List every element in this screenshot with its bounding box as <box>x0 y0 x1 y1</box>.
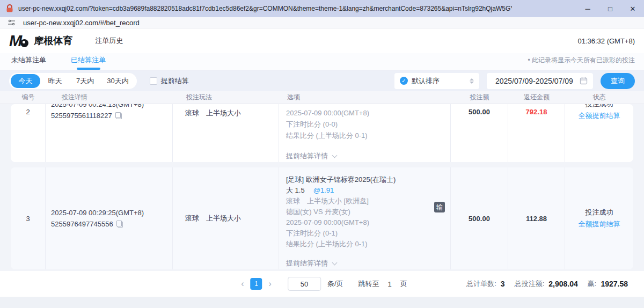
bet-time: 2025-07-09 00:29:25(GMT+8) <box>51 207 172 218</box>
page-number-button[interactable]: 1 <box>251 278 262 290</box>
col-header-option: 选项 <box>279 93 451 102</box>
chevron-down-icon <box>332 152 338 158</box>
browser-titlebar: user-pc-new.xxqj02.com/?token=cdb3a9689f… <box>0 0 644 17</box>
score-at-bet: 下注时比分 (0-0) <box>286 119 450 130</box>
logo-letter: M <box>9 32 21 50</box>
col-header-stake: 投注额 <box>451 93 508 102</box>
early-settle-detail-toggle[interactable]: 提前结算详情 <box>286 258 450 269</box>
selection: 大 1.5 <box>286 186 305 194</box>
sort-selected-value: 默认排序 <box>412 76 440 86</box>
range-7days-button[interactable]: 7天内 <box>70 74 100 88</box>
early-settle-detail-label: 提前结算详情 <box>286 150 328 162</box>
address-bar[interactable]: user-pc-new.xxqj02.com/#/bet_record <box>0 17 644 28</box>
table-row: 3 2025-07-09 00:29:25(GMT+8) 52559764977… <box>11 167 633 269</box>
pagination: ‹ 1 › 条/页 跳转至 1 页 <box>237 277 407 291</box>
match-time: 2025-07-09 00:00(GMT+8) <box>286 217 450 228</box>
check-circle-icon: ✓ <box>400 77 408 85</box>
stake-cell: 500.00 <box>451 104 508 162</box>
status-text: 投注成功 <box>565 207 633 218</box>
table-row: 2 2025-07-09 00:24:13(GMT+8) 52559755611… <box>11 104 633 162</box>
stake-cell: 500.00 <box>451 167 508 269</box>
result-score: 结果比分 (上半场比分 0-1) <box>286 239 450 250</box>
status-cell: 投注成功 全额提前结算 <box>565 167 633 269</box>
table-body: 2 2025-07-09 00:24:13(GMT+8) 52559755611… <box>0 104 644 271</box>
win-label: 赢: <box>588 279 597 289</box>
minimize-button[interactable]: ─ <box>576 0 599 17</box>
next-page-icon[interactable]: › <box>265 279 276 289</box>
per-page-input[interactable] <box>288 277 321 291</box>
soccer-ball-icon <box>20 39 28 47</box>
win-value: 1927.58 <box>601 280 628 288</box>
teams: 德国(女) VS 丹麦(女) <box>286 207 450 217</box>
close-button[interactable]: ✕ <box>621 0 644 17</box>
early-settle-detail-toggle[interactable]: 提前结算详情 <box>286 150 450 162</box>
search-button[interactable]: 查询 <box>601 73 635 89</box>
col-header-no: 编号 <box>11 93 46 102</box>
result-score: 结果比分 (上半场比分 0-1) <box>286 130 450 141</box>
row-number: 2 <box>11 104 46 162</box>
result-lose-badge: 输 <box>434 202 445 212</box>
col-header-detail: 投注详情 <box>46 93 173 102</box>
date-range-input[interactable]: 2025/07/09-2025/07/09 <box>487 73 593 89</box>
total-count-label: 总计单数: <box>466 279 496 289</box>
chevron-down-icon <box>332 260 338 266</box>
bet-play-cell: 滚球 上半场大小 <box>173 104 279 162</box>
sort-dropdown[interactable]: ✓ 默认排序 <box>394 73 479 89</box>
tab-settled-label: 已结算注单 <box>71 56 106 64</box>
payout-cell: 792.18 <box>508 104 565 162</box>
tabs-bar: 未结算注单 已结算注单 • 此记录将显示今天所有已派彩的投注 <box>0 53 644 70</box>
calendar-icon <box>580 77 588 85</box>
bet-id: 5255976497745556 <box>51 218 113 230</box>
tab-unsettled[interactable]: 未结算注单 <box>9 55 48 70</box>
score-at-bet: 下注时比分 (0-1) <box>286 228 450 239</box>
bet-option-cell: [足球] 欧洲女子锦标赛2025(在瑞士) 大 1.5@1.91 滚球 上半场大… <box>279 167 451 269</box>
early-settle-detail-label: 提前结算详情 <box>286 258 328 269</box>
active-tab-underline <box>77 68 100 70</box>
full-early-settle-link[interactable]: 全额提前结算 <box>565 110 633 122</box>
payout-cell: 112.88 <box>508 167 565 269</box>
server-clock: 01:36:32 (GMT+8) <box>577 37 635 45</box>
tab-settled[interactable]: 已结算注单 <box>69 55 108 70</box>
status-cell: 投注成功 全额提前结算 <box>565 104 633 162</box>
copy-icon[interactable] <box>115 112 122 119</box>
bet-detail-cell: 2025-07-09 00:24:13(GMT+8) 5255975561118… <box>46 104 173 162</box>
browser-window: user-pc-new.xxqj02.com/?token=cdb3a9689f… <box>0 0 644 308</box>
per-page-label: 条/页 <box>327 279 343 289</box>
odds-value: @1.91 <box>313 186 334 194</box>
range-30days-button[interactable]: 30天内 <box>100 74 135 88</box>
tracking-protection-icon[interactable] <box>8 19 16 26</box>
lock-favicon-icon <box>5 4 14 13</box>
bet-option-cell: 2025-07-09 00:00(GMT+8) 下注时比分 (0-0) 结果比分… <box>279 104 451 162</box>
early-settle-checkbox[interactable] <box>150 77 157 85</box>
bet-play-cell: 滚球 上半场大小 <box>173 167 279 269</box>
copy-icon[interactable] <box>116 221 123 228</box>
early-settle-label: 提前结算 <box>161 76 189 86</box>
jump-page-suffix: 页 <box>400 279 407 289</box>
total-stake-label: 总投注额: <box>515 279 545 289</box>
bottom-bar: ‹ 1 › 条/页 跳转至 1 页 总计单数: 3 总投注额: 2,908.04… <box>0 271 644 297</box>
window-controls: ─ □ ✕ <box>576 0 644 17</box>
jump-to-value[interactable]: 1 <box>388 280 392 288</box>
col-header-play: 投注玩法 <box>173 93 279 102</box>
date-range-pills: 今天 昨天 7天内 30天内 <box>9 73 137 89</box>
sort-arrows-icon <box>470 78 474 84</box>
filter-right-group: ✓ 默认排序 2025/07/09-2025/07/09 查询 <box>394 73 635 89</box>
nav-bet-history[interactable]: 注单历史 <box>95 36 123 46</box>
col-header-status: 状态 <box>565 93 633 102</box>
prev-page-icon[interactable]: ‹ <box>237 279 248 289</box>
filter-bar: 今天 昨天 7天内 30天内 提前结算 ✓ 默认排序 2025/07/09-20… <box>0 70 644 91</box>
brand-logo-icon: M <box>9 32 28 50</box>
maximize-button[interactable]: □ <box>599 0 621 17</box>
window-title: user-pc-new.xxqj02.com/?token=cdb3a9689f… <box>18 5 512 12</box>
total-stake-value: 2,908.04 <box>548 280 578 288</box>
range-yesterday-button[interactable]: 昨天 <box>40 74 70 88</box>
url-text[interactable]: user-pc-new.xxqj02.com/#/bet_record <box>23 19 140 27</box>
range-today-button[interactable]: 今天 <box>11 74 40 88</box>
early-settle-checkbox-group[interactable]: 提前结算 <box>150 76 189 86</box>
col-header-payout: 返还金额 <box>508 93 565 102</box>
status-text: 投注成功 <box>565 104 633 110</box>
bet-detail-cell: 2025-07-09 00:29:25(GMT+8) 5255976497745… <box>46 167 173 269</box>
jump-to-label: 跳转至 <box>358 279 379 289</box>
full-early-settle-link[interactable]: 全额提前结算 <box>565 218 633 230</box>
bet-id: 5255975561118227 <box>51 110 112 121</box>
